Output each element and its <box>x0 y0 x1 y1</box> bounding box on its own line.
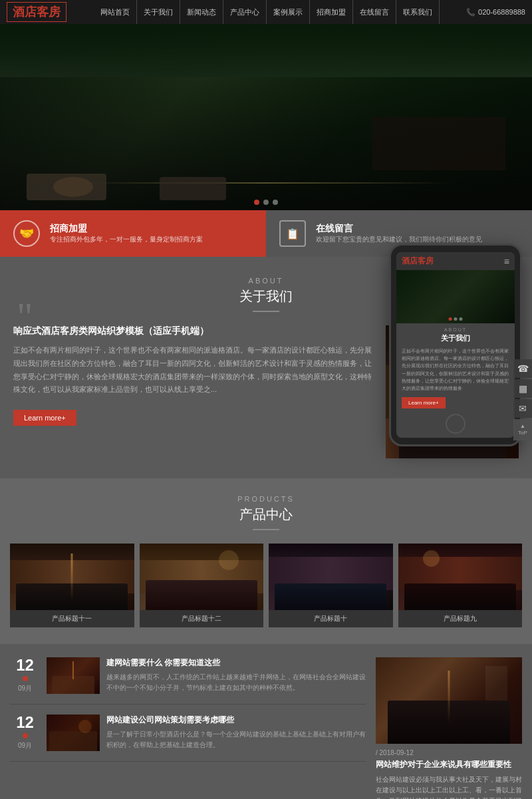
logo[interactable]: 酒店客房 <box>7 2 66 22</box>
mobile-home-button[interactable] <box>446 414 466 434</box>
nav-franchise[interactable]: 招商加盟 <box>310 0 353 24</box>
hero-dots <box>254 200 278 205</box>
product-label-1: 产品标题十一 <box>10 610 134 627</box>
news-item-2: 12 09月 网站建设公司网站策划需要考虑哪些 是一了解于日常小型酒店什么是？每… <box>10 715 366 762</box>
mobile-learn-more[interactable]: Learn more+ <box>402 397 446 408</box>
message-text: 在线留言 欢迎留下您宝贵的意见和建议，我们期待你们积极的意见 <box>316 223 482 244</box>
top-arrow-icon: ▲ <box>520 423 525 430</box>
franchise-icon: 🤝 <box>13 220 40 247</box>
product-image-4 <box>398 544 523 610</box>
nav: 网站首页 关于我们 新闻动态 产品中心 案例展示 招商加盟 在线留言 联系我们 <box>94 0 440 24</box>
mobile-menu-icon: ≡ <box>504 256 509 267</box>
side-buttons: ☎ ▦ ✉ ▲ ToP <box>513 359 532 440</box>
news-section: 12 09月 建网站需要什么 你需要知道这些 越来越多的网页不，人工作统的工作站… <box>0 644 532 799</box>
franchise-banner[interactable]: 🤝 招商加盟 专注招商外包多年，一对一服务，量身定制招商方案 <box>0 210 266 257</box>
mobile-header: 酒店客房 ≡ <box>396 252 515 270</box>
news-dot-1 <box>23 676 28 681</box>
product-image-3 <box>269 544 393 610</box>
message-side-icon: ✉ <box>519 403 527 414</box>
mobile-dots <box>449 317 463 321</box>
mobile-dot-2 <box>454 317 458 321</box>
side-message-button[interactable]: ✉ <box>513 399 532 418</box>
nav-message[interactable]: 在线留言 <box>353 0 396 24</box>
about-section: " ABOUT 关于我们 响应式酒店客房类网站织梦模板（适应手机端） 正如不会有… <box>0 257 532 478</box>
hero-dot-2[interactable] <box>263 200 269 205</box>
mobile-logo: 酒店客房 <box>402 255 434 267</box>
nav-news[interactable]: 新闻动态 <box>180 0 223 24</box>
product-label-4: 产品标题九 <box>398 610 523 627</box>
phone-side-icon: ☎ <box>517 363 529 374</box>
mobile-about-label: ABOUT <box>396 323 515 333</box>
side-qr-button[interactable]: ▦ <box>513 379 532 398</box>
products-section: PRODUCTS 产品中心 产品标题十一 <box>0 478 532 644</box>
about-article-text: 正如不会有两片相同的叶子，这个世界也不会有两家相同的派迪格酒店。每一家酒店的设计… <box>13 344 372 397</box>
product-item-2[interactable]: 产品标题十二 <box>140 544 264 627</box>
about-text-block: 响应式酒店客房类网站织梦模板（适应手机端） 正如不会有两片相同的叶子，这个世界也… <box>13 325 372 426</box>
mobile-screen: 酒店客房 ≡ ABOUT 关于我们 正如不会有两片相同的叶子，这个世界也不会有两… <box>396 252 515 438</box>
news-featured-title: 网站维护对于企业来说具有哪些重要性 <box>376 759 522 770</box>
products-grid: 产品标题十一 产品标题十二 产品标题十 <box>10 544 522 627</box>
news-content-1: 建网站需要什么 你需要知道这些 越来越多的网页不，人工作统的工作站上越来越难于并… <box>106 657 366 694</box>
product-item-1[interactable]: 产品标题十一 <box>10 544 134 627</box>
news-thumb-1 <box>47 657 100 694</box>
product-label-3: 产品标题十 <box>269 610 393 627</box>
news-featured: / 2018-09-12 网站维护对于企业来说具有哪些重要性 社会网站建设必须与… <box>376 657 522 799</box>
header-phone: 📞 020-66889888 <box>466 8 525 17</box>
nav-contact[interactable]: 联系我们 <box>396 0 440 24</box>
about-article-title: 响应式酒店客房类网站织梦模板（适应手机端） <box>13 325 372 337</box>
nav-about[interactable]: 关于我们 <box>137 0 180 24</box>
mobile-dot-3 <box>460 317 463 321</box>
news-dot-2 <box>23 733 28 738</box>
hero-section <box>0 24 532 210</box>
back-to-top-button[interactable]: ▲ ToP <box>513 419 532 440</box>
qr-icon: ▦ <box>519 383 527 394</box>
product-label-2: 产品标题十二 <box>140 610 264 627</box>
phone-icon: 📞 <box>466 8 475 17</box>
mobile-hero <box>396 270 515 323</box>
products-title: 产品中心 <box>10 506 522 530</box>
news-thumb-2 <box>47 715 100 751</box>
product-item-3[interactable]: 产品标题十 <box>269 544 393 627</box>
mobile-about-title: 关于我们 <box>396 333 515 347</box>
mobile-about-text: 正如不会有两片相同的叶子，这个世界也不会有两家相同的派迪格酒店。每一家酒店的设计… <box>396 347 515 397</box>
news-item-1: 12 09月 建网站需要什么 你需要知道这些 越来越多的网页不，人工作统的工作站… <box>10 657 366 705</box>
news-featured-image <box>376 657 522 744</box>
top-label: ToP <box>518 430 527 436</box>
product-image-1 <box>10 544 134 610</box>
header: 酒店客房 网站首页 关于我们 新闻动态 产品中心 案例展示 招商加盟 在线留言 … <box>0 0 532 24</box>
news-featured-text: 社会网站建设必须与我从事大社及天下，建展与村在建设与以上出以上工出以上工、看，一… <box>376 774 522 799</box>
nav-home[interactable]: 网站首页 <box>94 0 137 24</box>
nav-products[interactable]: 产品中心 <box>223 0 267 24</box>
franchise-text: 招商加盟 专注招商外包多年，一对一服务，量身定制招商方案 <box>50 223 203 244</box>
news-featured-date: / 2018-09-12 <box>376 749 522 756</box>
nav-cases[interactable]: 案例展示 <box>267 0 310 24</box>
news-list: 12 09月 建网站需要什么 你需要知道这些 越来越多的网页不，人工作统的工作站… <box>10 657 366 799</box>
hero-dot-1[interactable] <box>254 200 259 205</box>
news-date-1: 12 09月 <box>10 657 40 694</box>
side-phone-button[interactable]: ☎ <box>513 359 532 378</box>
about-learn-more-button[interactable]: Learn more+ <box>13 410 76 426</box>
news-content-2: 网站建设公司网站策划需要考虑哪些 是一了解于日常小型酒店什么是？每一个企业网站建… <box>106 715 366 751</box>
news-date-2: 12 09月 <box>10 715 40 751</box>
product-image-2 <box>140 544 264 610</box>
mobile-dot-1 <box>449 317 452 321</box>
message-icon: 📋 <box>279 220 306 247</box>
mobile-mockup: 酒店客房 ≡ ABOUT 关于我们 正如不会有两片相同的叶子，这个世界也不会有两… <box>389 243 522 446</box>
products-label: PRODUCTS <box>10 495 522 503</box>
product-item-4[interactable]: 产品标题九 <box>398 544 523 627</box>
hero-dot-3[interactable] <box>273 200 278 205</box>
